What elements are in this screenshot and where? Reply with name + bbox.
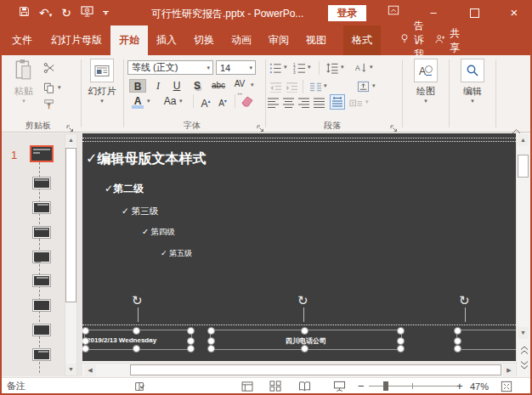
align-right-button[interactable] <box>298 96 310 110</box>
slide-number-placeholder[interactable]: ‹#› <box>456 330 516 350</box>
scroll-down-icon[interactable]: ▼ <box>518 327 529 339</box>
numbering-button[interactable]: 123 <box>293 61 306 75</box>
bullets-dropdown-icon[interactable]: ▾ <box>284 64 287 71</box>
selection-handle[interactable] <box>82 345 89 353</box>
master-slide-thumbnail[interactable] <box>30 145 54 162</box>
smartart-dropdown-icon[interactable]: ▾ <box>365 99 369 105</box>
slides-dropdown-icon[interactable]: ▾ <box>85 98 119 104</box>
slides-button[interactable]: 幻灯片 ▾ <box>85 59 119 104</box>
rotate-handle-icon[interactable]: ↻ <box>297 293 308 308</box>
tab-format[interactable]: 格式 <box>343 25 381 55</box>
character-spacing-dropdown-icon[interactable]: ▾ <box>251 82 254 88</box>
layout-thumbnail[interactable] <box>32 324 51 336</box>
change-case-dropdown-icon[interactable]: ▾ <box>179 98 183 104</box>
tab-insert[interactable]: 插入 <box>148 25 185 55</box>
slideshow-view-icon[interactable] <box>333 378 346 394</box>
selection-handle[interactable] <box>397 345 405 353</box>
align-text-dropdown-icon[interactable]: ▾ <box>372 82 376 89</box>
font-size-dropdown-icon[interactable]: ▾ <box>249 65 255 71</box>
font-name-dropdown-icon[interactable]: ▾ <box>207 65 212 71</box>
selection-handle[interactable] <box>454 345 461 353</box>
panel-scroll-down-icon[interactable]: ▼ <box>65 364 76 375</box>
zoom-out-button[interactable]: − <box>358 378 365 394</box>
layout-thumbnail[interactable] <box>32 274 51 287</box>
tab-home[interactable]: 开始 <box>110 25 148 55</box>
tab-slide-master[interactable]: 幻灯片母版 <box>42 25 110 55</box>
text-shadow-button[interactable]: S <box>190 79 204 93</box>
fit-to-window-icon[interactable] <box>501 378 512 394</box>
copy-button[interactable] <box>43 82 54 97</box>
align-left-button[interactable] <box>268 96 280 110</box>
selection-handle[interactable] <box>454 327 461 335</box>
scroll-up-icon[interactable]: ▲ <box>518 134 529 146</box>
selection-handle[interactable] <box>397 327 405 335</box>
layout-thumbnail[interactable] <box>32 177 51 189</box>
minimize-button[interactable]: – <box>421 3 446 22</box>
bullets-button[interactable] <box>269 61 282 75</box>
date-placeholder[interactable]: 2019/2/13 Wednesday <box>84 330 192 350</box>
tab-animations[interactable]: 动画 <box>223 25 260 55</box>
selection-handle[interactable] <box>82 327 89 335</box>
italic-button[interactable]: I <box>151 79 165 93</box>
font-size-combo[interactable]: 14 ▾ <box>216 60 256 75</box>
selection-handle[interactable] <box>207 327 215 335</box>
text-direction-dropdown-icon[interactable]: ▾ <box>370 64 373 71</box>
selection-handle[interactable] <box>207 337 215 345</box>
master-text-level5[interactable]: ✓ 第五级 <box>161 248 192 259</box>
drawing-button[interactable]: A 绘图 ▾ <box>409 59 443 104</box>
selection-handle[interactable] <box>301 345 308 353</box>
rotate-handle-icon[interactable]: ↻ <box>459 293 470 308</box>
format-painter-button[interactable] <box>43 99 55 114</box>
layout-thumbnail[interactable] <box>32 226 51 239</box>
align-center-button[interactable] <box>283 96 295 110</box>
footer-placeholder[interactable]: 四川电话公司 <box>210 330 402 350</box>
maximize-button[interactable] <box>461 3 487 22</box>
selection-handle[interactable] <box>454 337 461 345</box>
next-slide-icon[interactable] <box>520 358 529 373</box>
redo-button[interactable]: ↻ <box>61 4 71 21</box>
selection-handle[interactable] <box>133 327 140 335</box>
tab-review[interactable]: 审阅 <box>260 25 297 55</box>
tab-file[interactable]: 文件 <box>0 25 42 55</box>
paste-dropdown-icon[interactable]: ▾ <box>7 98 41 104</box>
zoom-slider-track[interactable] <box>369 386 457 387</box>
selection-handle[interactable] <box>207 345 215 353</box>
cut-button[interactable] <box>43 62 55 77</box>
notes-button[interactable]: 备注 <box>7 378 25 394</box>
undo-button[interactable]: ↶▾ <box>39 4 52 21</box>
horizontal-scrollbar-thumb[interactable] <box>130 364 501 375</box>
decrease-indent-button[interactable] <box>269 80 282 93</box>
master-text-level3[interactable]: ✓ 第三级 <box>122 206 158 217</box>
save-icon[interactable] <box>19 5 30 20</box>
rotate-handle-icon[interactable]: ↻ <box>132 293 143 308</box>
layout-thumbnail[interactable] <box>32 201 51 214</box>
character-spacing-button[interactable]: AV↔ <box>231 77 248 91</box>
line-spacing-dropdown-icon[interactable]: ▾ <box>341 64 344 71</box>
columns-button[interactable] <box>309 80 322 93</box>
reading-view-icon[interactable] <box>298 378 311 394</box>
zoom-slider-thumb[interactable] <box>383 381 388 391</box>
panel-scrollbar-thumb[interactable] <box>65 148 76 302</box>
font-name-combo[interactable]: 等线 (正文) ▾ <box>127 60 213 75</box>
line-spacing-button[interactable] <box>325 61 339 75</box>
close-button[interactable]: × <box>501 3 527 22</box>
layout-thumbnail[interactable] <box>32 251 51 263</box>
editing-button[interactable]: 编辑 ▾ <box>456 59 490 104</box>
selection-handle[interactable] <box>133 345 140 353</box>
zoom-percentage[interactable]: 47% <box>470 378 489 394</box>
drawing-dropdown-icon[interactable]: ▾ <box>409 98 443 104</box>
undo-dropdown-icon[interactable]: ▾ <box>49 12 53 18</box>
zoom-in-button[interactable]: + <box>456 378 463 394</box>
customize-qat-icon[interactable]: ▾ <box>103 11 109 15</box>
previous-slide-icon[interactable] <box>520 343 529 358</box>
paste-button[interactable]: 粘贴 ▾ <box>7 59 41 104</box>
spell-check-icon[interactable] <box>133 378 145 394</box>
master-text-level4[interactable]: ✓ 第四级 <box>142 227 175 238</box>
font-color-dropdown-icon[interactable]: ▾ <box>147 98 150 104</box>
ribbon-display-options-icon[interactable] <box>381 3 406 22</box>
slide-canvas[interactable]: ✓编辑母版文本样式 ✓第二级 ✓ 第三级 ✓ 第四级 ✓ 第五级 ↻ ↻ ↻ 2… <box>82 133 516 361</box>
sign-in-button[interactable]: 登录 <box>328 5 366 21</box>
master-text-level2[interactable]: ✓第二级 <box>105 182 144 196</box>
share-button[interactable]: 共享 <box>429 25 465 55</box>
panel-scrollbar[interactable]: ▲ ▼ <box>65 133 77 376</box>
